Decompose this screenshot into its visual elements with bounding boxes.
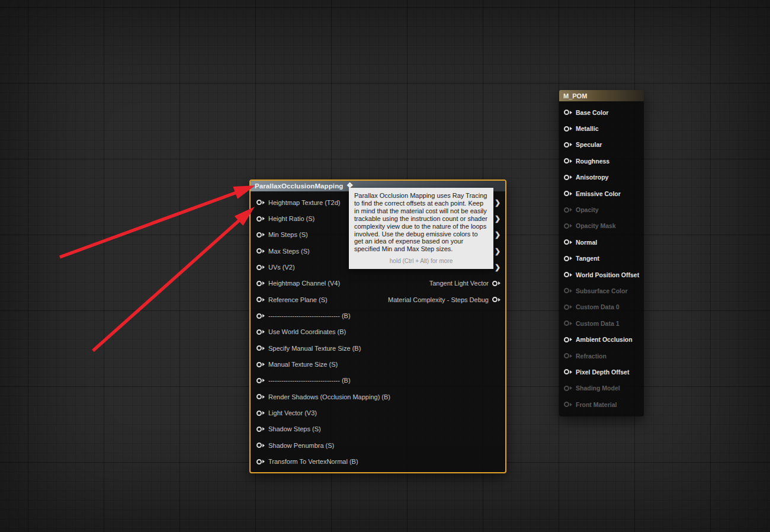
material-pin-label: Ambient Occlusion [576,336,633,343]
pin-arrow [570,111,572,114]
pin-circle [564,305,569,310]
input-pin-icon[interactable] [256,297,265,302]
output-pin-icon[interactable]: ❯ [495,199,500,206]
pin-arrow [570,322,572,325]
input-pin-icon[interactable] [256,281,265,286]
pin-circle [256,394,262,399]
material-pin-label: Roughness [576,158,609,165]
material-pin-icon[interactable] [564,110,572,115]
material-pin-icon[interactable] [564,337,572,342]
material-result-node[interactable]: M_POM Base Color Metallic Specular [559,90,644,416]
material-graph-canvas[interactable]: ParallaxOcclusionMapping ✥ Heightmap Tex… [0,0,770,532]
pin-arrow [262,201,265,204]
pin-arrow [262,444,265,447]
pin-circle [564,256,569,261]
material-pin-label: Metallic [576,125,599,132]
input-pin-label: Shadow Steps (S) [268,425,321,432]
pin-circle [564,337,569,342]
pin-arrow [570,386,572,390]
material-pin-icon[interactable] [564,142,572,148]
output-pin-icon[interactable]: ❯ [495,231,500,238]
input-pin-label: Manual Texture Size (S) [268,361,338,368]
material-pin-icon[interactable] [564,256,572,261]
material-pin-icon[interactable] [564,353,572,358]
input-pin-row: --------------------------------- (B) [251,373,505,389]
input-pin-icon[interactable] [256,394,265,399]
material-pin-icon[interactable] [564,158,572,164]
input-pin-icon[interactable] [256,200,265,205]
material-pin-row: Opacity Mask [559,218,644,234]
material-pin-row: Custom Data 1 [559,315,644,331]
material-pin-icon[interactable] [564,402,572,407]
pin-arrow [570,127,572,130]
material-pin-icon[interactable] [564,239,572,245]
material-pin-label: Custom Data 0 [576,303,620,310]
pin-arrow [570,403,572,406]
pin-circle [256,313,262,319]
material-pin-label: Custom Data 1 [576,320,620,327]
material-pin-row: Opacity [559,201,644,217]
pin-circle [256,427,262,432]
input-pin-icon[interactable] [256,378,265,383]
input-pin-icon[interactable] [256,265,265,270]
input-pin-icon[interactable] [256,329,265,335]
material-pin-icon[interactable] [564,288,572,293]
input-pin-icon[interactable] [256,411,265,416]
pin-circle [564,353,569,358]
input-pin-icon[interactable] [256,313,265,319]
pin-circle [256,297,262,302]
material-pin-icon[interactable] [564,126,572,132]
input-pin-icon[interactable] [256,443,265,448]
output-pin-row: Tangent Light Vector [347,275,505,291]
material-pin-label: Front Material [576,401,617,408]
input-pin-label: Specify Manual Texture Size (B) [268,345,361,352]
material-pin-icon[interactable] [564,321,572,326]
material-pin-icon[interactable] [564,369,572,374]
pin-arrow [570,159,572,163]
material-pin-icon[interactable] [564,272,572,277]
input-pin-row: Shadow Penumbra (S) [251,437,505,453]
pin-circle [564,110,569,115]
material-pin-row: Tangent [559,251,644,267]
input-pin-icon[interactable] [256,216,265,222]
output-pin-icon[interactable]: ❯ [495,215,500,222]
input-pin-label: Render Shadows (Occlusion Mapping) (B) [268,393,390,400]
material-pin-icon[interactable] [564,386,572,391]
output-pin-icon[interactable]: ❯ [495,264,500,271]
input-pin-icon[interactable] [256,345,265,351]
pin-arrow [262,314,265,318]
input-pin-icon[interactable] [256,232,265,238]
material-node-title-bar[interactable]: M_POM [559,90,644,101]
input-pin-icon[interactable] [256,427,265,432]
material-pin-icon[interactable] [564,223,572,229]
named-output-list: Tangent Light Vector Material Complexity… [347,275,505,308]
input-pin-row: Specify Manual Texture Size (B) [251,340,505,356]
pom-node-title: ParallaxOcclusionMapping [255,182,343,190]
output-pin-icon[interactable] [492,297,500,302]
material-pin-icon[interactable] [564,175,572,180]
input-pin-icon[interactable] [256,459,265,464]
material-pin-row: World Position Offset [559,267,644,283]
input-pin-label: --------------------------------- (B) [268,377,351,384]
pin-arrow [570,208,572,211]
pin-circle [256,248,262,254]
output-pin-icon[interactable]: ❯ [495,248,500,255]
material-pin-icon[interactable] [564,305,572,310]
input-pin-icon[interactable] [256,362,265,367]
output-pin-icon[interactable] [492,281,500,286]
pin-circle [564,175,569,180]
material-pin-icon[interactable] [564,191,572,196]
material-pin-label: Pixel Depth Offset [576,368,629,376]
pin-arrow [262,411,265,415]
input-pin-icon[interactable] [256,248,265,254]
material-pin-label: Refraction [576,352,607,360]
pin-arrow [262,298,265,302]
input-pin-label: UVs (V2) [268,264,295,271]
input-pin-row: Light Vector (V3) [251,405,505,421]
material-pin-label: Anisotropy [576,174,608,181]
pin-circle [256,345,262,351]
material-node-title: M_POM [563,92,587,100]
pin-arrow [570,241,572,244]
pin-arrow [262,379,265,382]
material-pin-icon[interactable] [564,207,572,213]
